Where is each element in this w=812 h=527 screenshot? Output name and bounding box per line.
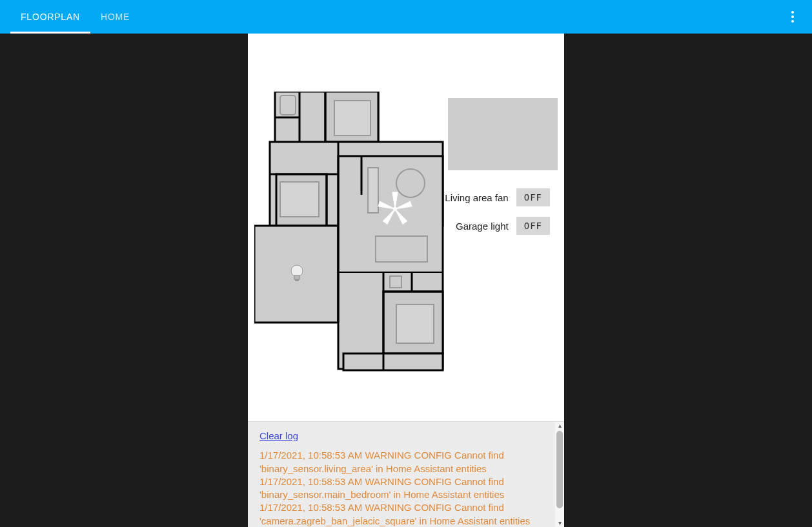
camera-placeholder[interactable] — [448, 98, 558, 170]
tab-floorplan[interactable]: FLOORPLAN — [10, 0, 90, 34]
floorplan-panel: Living area fan OFF Garage light OFF — [248, 34, 564, 421]
log-entry: 1/17/2021, 10:58:53 AM WARNING CONFIG Ca… — [259, 449, 553, 475]
floorplan-image[interactable] — [254, 92, 448, 375]
log-entry: 1/17/2021, 10:58:53 AM WARNING CONFIG Ca… — [259, 501, 553, 527]
floorplan-card: Living area fan OFF Garage light OFF Cle… — [248, 34, 564, 527]
content-area: Living area fan OFF Garage light OFF Cle… — [0, 34, 812, 527]
garage-label: Garage light — [456, 221, 509, 232]
control-row-garage: Garage light OFF — [445, 217, 550, 235]
fan-label: Living area fan — [445, 192, 508, 203]
fan-toggle-button[interactable]: OFF — [516, 188, 550, 206]
svg-point-31 — [291, 265, 303, 277]
scroll-up-icon[interactable]: ▴ — [558, 422, 562, 430]
scroll-down-icon[interactable]: ▾ — [558, 519, 562, 527]
svg-point-1 — [791, 15, 794, 18]
svg-rect-10 — [343, 353, 443, 370]
svg-point-2 — [791, 20, 794, 23]
svg-rect-24 — [280, 182, 319, 217]
control-row-fan: Living area fan OFF — [445, 188, 550, 206]
log-scrollbar[interactable]: ▴ ▾ — [555, 422, 564, 527]
tab-home[interactable]: HOME — [90, 0, 140, 34]
log-entry: 1/17/2021, 10:58:53 AM WARNING CONFIG Ca… — [259, 475, 553, 502]
svg-rect-25 — [396, 304, 434, 343]
app-header: FLOORPLAN HOME — [0, 0, 812, 34]
clear-log-link[interactable]: Clear log — [259, 430, 298, 441]
svg-point-0 — [791, 11, 794, 14]
svg-rect-28 — [368, 168, 378, 213]
log-panel: Clear log 1/17/2021, 10:58:53 AM WARNING… — [248, 421, 564, 527]
controls-panel: Living area fan OFF Garage light OFF — [445, 188, 550, 235]
svg-rect-33 — [295, 279, 299, 281]
svg-rect-32 — [294, 275, 299, 279]
garage-toggle-button[interactable]: OFF — [516, 217, 550, 235]
svg-rect-23 — [334, 101, 370, 135]
more-vert-icon[interactable] — [785, 9, 800, 25]
scroll-thumb[interactable] — [556, 431, 563, 508]
log-content: Clear log 1/17/2021, 10:58:53 AM WARNING… — [248, 422, 564, 527]
